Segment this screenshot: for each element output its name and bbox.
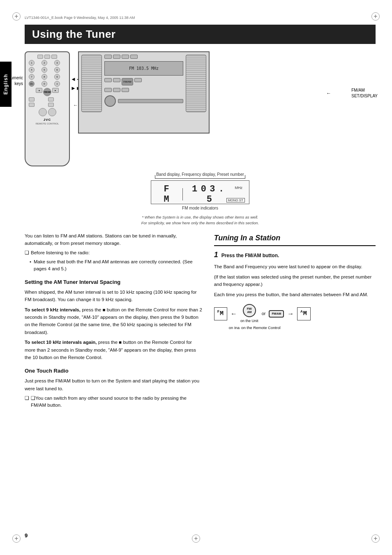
rc-top-btn-1 [37, 55, 43, 59]
fmam-remote-button: FM/AM [269, 310, 284, 318]
9khz-bold: To select 9 kHz intervals, [25, 307, 81, 312]
on-remote-label: on the Remote Control [241, 325, 281, 331]
display-section: Band display, Frequency display, Preset … [25, 172, 376, 210]
file-info: LVT1346-001A_E.book Page 9 Wednesday, Ma… [25, 16, 135, 20]
rc-bottom-1 [39, 108, 47, 116]
rc-num-6: 6 [54, 67, 60, 73]
rc-bottom-label: REMOTE CONTROL [29, 122, 66, 125]
unit-diagram-container: ◄◄ ►► FM 103.5 MHz [78, 51, 376, 134]
unit-display-text: FM 103.5 MHz [129, 66, 159, 71]
diagram-area: Numerickeys 1 2 3 4 5 6 7 8 9 [25, 51, 376, 166]
before-listening-item: ❑ Before listening to the radio: [25, 249, 203, 256]
rc-num-10-highlight: 10+ [29, 81, 35, 87]
before-listening-label: Before listening to the radio: [31, 249, 90, 256]
fmam-unit-button: FM/AM [243, 304, 256, 317]
remote-control-drawing: 1 2 3 4 5 6 7 8 9 10+ 0 + ◄ FM/AM ► [25, 51, 70, 166]
unit-remote-labels: on Ina on the Remote Control [229, 325, 376, 331]
rc-bottom-2 [48, 108, 56, 116]
body-columns: You can listen to FM and AM stations. St… [25, 232, 376, 411]
unit-ctrl-2 [113, 78, 120, 82]
step1-heading: Press the FM/AM button. [221, 252, 279, 260]
rc-num-5: 5 [42, 67, 47, 73]
step1-text3: Each time you press the button, the band… [214, 291, 376, 298]
rc-mid-4 [48, 103, 54, 107]
step1-number: 1 [214, 251, 218, 258]
right-column: Tuning In a Station 1 Press the FM/AM bu… [214, 232, 376, 331]
tuning-title: Tuning In a Station [214, 232, 376, 246]
fmam-fm-box: FM [214, 307, 227, 320]
one-touch-checkbox-text: ❑You can switch from any other sound sou… [31, 395, 203, 409]
fm-mode-label: FM mode indicators [25, 206, 376, 210]
intro-text: You can listen to FM and AM stations. St… [25, 232, 203, 247]
display-fm-segment: F M [158, 184, 176, 205]
unit-volume-knob [104, 95, 116, 107]
display-mono-st: MONO ST [226, 198, 245, 203]
page-title: Using the Tuner [25, 25, 376, 44]
rc-num-4: 4 [29, 67, 35, 73]
step1-text2: (If the last station was selected using … [214, 273, 376, 288]
one-touch-body: Just press the FM/AM button to turn on t… [25, 377, 203, 392]
rc-top-btn-3 [51, 55, 57, 59]
unit-btn-3 [122, 55, 129, 59]
unit-btn-4 [130, 55, 138, 59]
on-ina-label: on Ina [229, 325, 240, 331]
corner-mark-bl [12, 534, 21, 543]
unit-slider [118, 99, 183, 103]
rc-mid-1 [29, 97, 35, 101]
rc-plus-btn: + [54, 81, 60, 87]
fmam-unit-item: FM/AM on the Unit [240, 304, 258, 324]
rc-num-2: 2 [42, 60, 47, 66]
one-touch-checkbox: ❑ ❑You can switch from any other sound s… [25, 395, 203, 409]
rc-num-9: 9 [54, 74, 60, 80]
asterisk-line2: For simplicity, we show here only the it… [141, 221, 259, 225]
unit-ctrl-7 [122, 88, 129, 92]
rc-fmam-btn: FM/AM [43, 88, 51, 96]
unit-drawing: FM 103.5 MHz FM/AM [78, 51, 210, 134]
10khz-bold: To select 10 kHz intervals again, [25, 340, 97, 345]
display-mhz: MHz [235, 186, 243, 190]
step1-container: 1 Press the FM/AM button. The Band and F… [214, 251, 376, 298]
numeric-keys-label: Numerickeys [0, 75, 23, 87]
am-tuner-10khz: To select 10 kHz intervals again, press … [25, 339, 203, 361]
rc-num-7: 7 [29, 74, 35, 80]
corner-mark-tl [12, 12, 21, 21]
unit-btn-2 [113, 55, 120, 59]
remote-diagram-container: Numerickeys 1 2 3 4 5 6 7 8 9 [25, 51, 70, 166]
rc-num-0: 0 [42, 81, 47, 87]
fmam-left-arrow: ← [231, 309, 237, 319]
rc-nav-right: ► [52, 88, 59, 93]
fmam-remote-item: FM/AM [269, 310, 284, 318]
display-divider [182, 188, 183, 200]
unit-display: FM 103.5 MHz [104, 61, 183, 76]
unit-speaker-right [186, 55, 206, 112]
step1-text1: The Band and Frequency you were last tun… [214, 263, 376, 270]
am-tuner-9khz: To select 9 kHz intervals, press the ■ b… [25, 306, 203, 336]
rc-mid-2 [48, 97, 54, 101]
checkbox-bullet-1: ❑ [25, 249, 29, 256]
fmam-diagram: FM ← FM/AM on the Unit or FM/AM → [214, 304, 376, 324]
checkbox-bullet-2: ❑ [25, 395, 29, 409]
rc-jvc-logo: JVC [29, 118, 66, 122]
corner-mark-br [371, 534, 380, 543]
unit-fmam-btn-highlight: FM/AM [122, 78, 133, 85]
fmam-left-item: FM [214, 307, 227, 320]
before-listening-text: Make sure that both the FM and AM antenn… [34, 258, 203, 273]
band-display-label: Band display, Frequency display, Preset … [25, 172, 376, 177]
on-unit-label: on the Unit [240, 318, 258, 324]
rc-num-8: 8 [42, 74, 47, 80]
unit-ctrl-4 [134, 78, 142, 82]
asterisk-note: * When the System is in use, the display… [25, 214, 376, 226]
am-tuner-intro: When shipped, the AM tuner interval is s… [25, 288, 203, 304]
page-number: 9 [25, 532, 28, 539]
asterisk-line1: * When the System is in use, the display… [142, 215, 258, 219]
fmam-am-main: M [303, 310, 307, 317]
fmam-am-box: AM [297, 307, 310, 320]
unit-btn-1 [104, 55, 112, 59]
display-box: F M 1 0 3 . 5 MHz MONO ST [151, 180, 249, 204]
rc-top-btn-2 [44, 55, 50, 59]
fmam-fm-main: M [220, 310, 224, 317]
unit-fmam-arrow: ← [326, 90, 331, 96]
bullet-dot: • [30, 258, 31, 273]
rc-num-1: 1 [29, 60, 35, 66]
corner-mark-tr [371, 12, 380, 21]
